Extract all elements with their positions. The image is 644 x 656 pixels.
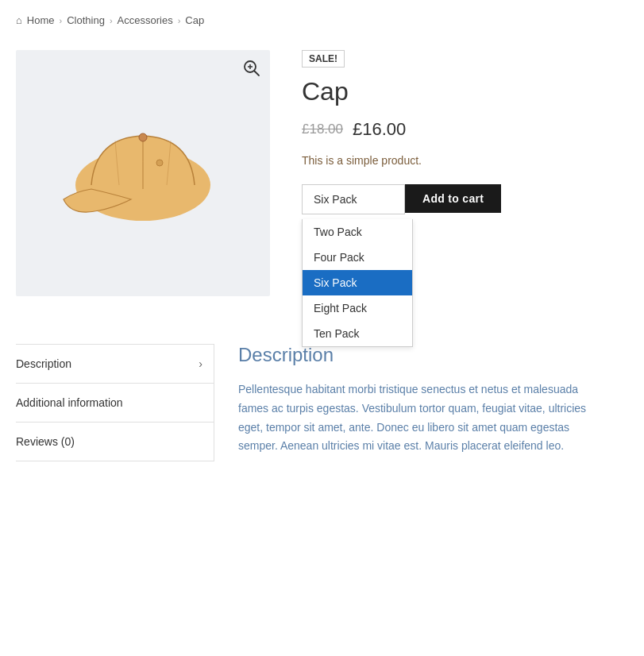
product-title: Cap <box>302 77 628 106</box>
breadcrumb-sep-3: › <box>178 16 181 25</box>
zoom-icon[interactable] <box>243 60 260 81</box>
tabs-section: Description › Additional information Rev… <box>0 328 644 477</box>
add-to-cart-row: Two Pack Four Pack Six Pack Eight Pack T… <box>302 184 628 214</box>
tab-description-label: Description <box>16 357 71 370</box>
breadcrumb-sep-1: › <box>60 16 63 25</box>
breadcrumb-accessories[interactable]: Accessories <box>118 14 173 26</box>
price-new: £16.00 <box>353 119 406 140</box>
tab-content-title: Description <box>238 344 604 366</box>
tab-reviews[interactable]: Reviews (0) <box>16 423 214 461</box>
tab-content-area: Description Pellentesque habitant morbi … <box>214 344 628 461</box>
breadcrumb-clothing[interactable]: Clothing <box>67 14 105 26</box>
pack-select-wrap: Two Pack Four Pack Six Pack Eight Pack T… <box>302 184 405 214</box>
pack-dropdown-overlay[interactable]: Two Pack Four Pack Six Pack Eight Pack T… <box>302 219 413 347</box>
product-image <box>52 102 234 245</box>
dropdown-item-four-pack[interactable]: Four Pack <box>303 245 412 270</box>
tab-additional-information[interactable]: Additional information <box>16 384 214 423</box>
tab-additional-label: Additional information <box>16 396 123 409</box>
tab-reviews-label: Reviews (0) <box>16 435 75 448</box>
svg-line-1 <box>255 71 260 76</box>
home-icon: ⌂ <box>16 14 22 26</box>
svg-point-6 <box>156 160 163 166</box>
breadcrumb: ⌂ Home › Clothing › Accessories › Cap <box>0 0 644 34</box>
pack-select[interactable]: Two Pack Four Pack Six Pack Eight Pack T… <box>302 184 405 214</box>
product-image-wrap <box>16 50 270 296</box>
svg-point-5 <box>139 133 147 141</box>
dropdown-item-six-pack[interactable]: Six Pack <box>303 270 412 295</box>
product-area: SALE! Cap £18.00 £16.00 This is a simple… <box>0 34 644 328</box>
price-old: £18.00 <box>302 122 343 137</box>
product-details: SALE! Cap £18.00 £16.00 This is a simple… <box>302 50 628 296</box>
product-description: This is a simple product. <box>302 154 628 167</box>
price-area: £18.00 £16.00 <box>302 119 628 140</box>
add-to-cart-button[interactable]: Add to cart <box>405 184 501 213</box>
dropdown-item-two-pack[interactable]: Two Pack <box>303 219 412 245</box>
breadcrumb-sep-2: › <box>110 16 113 25</box>
sale-badge: SALE! <box>302 50 345 68</box>
tab-description[interactable]: Description › <box>16 344 214 384</box>
chevron-right-icon: › <box>199 357 202 370</box>
tabs-left: Description › Additional information Rev… <box>16 344 214 461</box>
breadcrumb-current: Cap <box>185 14 204 26</box>
breadcrumb-home[interactable]: Home <box>27 14 55 26</box>
tab-content-text: Pellentesque habitant morbi tristique se… <box>238 380 604 456</box>
dropdown-item-eight-pack[interactable]: Eight Pack <box>303 295 412 321</box>
dropdown-item-ten-pack[interactable]: Ten Pack <box>303 321 412 346</box>
